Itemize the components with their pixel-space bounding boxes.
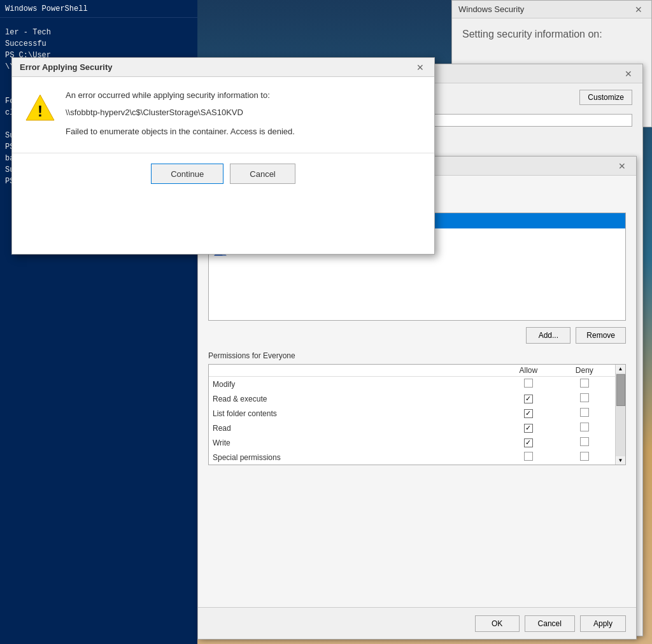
scroll-up-button[interactable]: ▲ xyxy=(617,365,625,373)
perm-deny-read-execute[interactable] xyxy=(556,391,613,406)
powershell-titlebar: Windows PowerShell xyxy=(0,0,197,18)
table-row: Read xyxy=(209,421,625,435)
error-main-text: An error occurred while applying securit… xyxy=(66,90,422,101)
ps-line-2: Successfu xyxy=(5,38,192,50)
continue-button[interactable]: Continue xyxy=(151,164,223,184)
perm-deny-modify[interactable] xyxy=(556,377,613,392)
ps-line-1: ler - Tech xyxy=(5,27,192,38)
warning-icon-container: ! xyxy=(25,92,55,137)
perm-name-write: Write xyxy=(209,435,500,450)
table-row: Special permissions xyxy=(209,450,625,465)
perm-allow-read-execute[interactable] xyxy=(500,391,556,406)
warning-icon: ! xyxy=(25,92,55,123)
perm-deny-special[interactable] xyxy=(556,450,613,465)
table-row: List folder contents xyxy=(209,406,625,421)
cancel-button[interactable]: Cancel xyxy=(525,615,575,632)
svg-text:!: ! xyxy=(38,102,43,120)
perm-name-read-execute: Read & execute xyxy=(209,391,500,406)
perm-allow-list-folder[interactable] xyxy=(500,406,556,421)
scroll-track xyxy=(616,373,625,456)
error-titlebar: Error Applying Security ✕ xyxy=(12,58,434,77)
perm-allow-write[interactable] xyxy=(500,435,556,450)
table-row: Modify xyxy=(209,377,625,392)
scroll-down-button[interactable]: ▼ xyxy=(617,456,625,465)
allow-col-header: Allow xyxy=(500,365,556,377)
win-sec-bg-titlebar: Windows Security ✕ xyxy=(452,1,651,18)
deny-col-header: Deny xyxy=(556,365,613,377)
remove-button[interactable]: Remove xyxy=(576,327,626,344)
ok-button[interactable]: OK xyxy=(475,615,520,632)
perm-deny-write[interactable] xyxy=(556,435,613,450)
add-button[interactable]: Add... xyxy=(526,327,570,344)
error-dialog: Error Applying Security ✕ ! An error occ… xyxy=(11,57,435,255)
error-path: \\sfobbtp-hyperv2\c$\ClusterStorage\SAS1… xyxy=(66,108,422,117)
error-text-container: An error occurred while applying securit… xyxy=(66,90,422,137)
permissions-for-label: Permissions for Everyone xyxy=(208,351,626,360)
table-row: Read & execute xyxy=(209,391,625,406)
error-title: Error Applying Security xyxy=(20,62,112,72)
permissions-table: Allow Deny Modify Read & execute xyxy=(209,365,625,465)
perm-allow-special[interactable] xyxy=(500,450,556,465)
perm-name-special: Special permissions xyxy=(209,450,500,465)
table-scrollbar[interactable]: ▲ ▼ xyxy=(615,365,625,465)
perms-bottom-buttons: OK Cancel Apply xyxy=(198,607,636,639)
error-cancel-button[interactable]: Cancel xyxy=(230,164,295,184)
permissions-table-container: Allow Deny Modify Read & execute xyxy=(208,364,626,465)
perm-allow-read[interactable] xyxy=(500,421,556,435)
perm-name-list-folder: List folder contents xyxy=(209,406,500,421)
error-buttons: Continue Cancel xyxy=(12,153,434,197)
setting-security-text: Setting security information on: xyxy=(452,18,651,50)
perm-name-read: Read xyxy=(209,421,500,435)
perm-deny-list-folder[interactable] xyxy=(556,406,613,421)
error-body: ! An error occurred while applying secur… xyxy=(12,77,434,148)
error-sub-text: Failed to enumerate objects in the conta… xyxy=(66,126,422,137)
win-sec-bg-close-button[interactable]: ✕ xyxy=(632,3,645,16)
customize-button[interactable]: Customize xyxy=(579,90,632,105)
props-close-button[interactable]: ✕ xyxy=(622,67,635,80)
table-row: Write xyxy=(209,435,625,450)
add-remove-row: Add... Remove xyxy=(208,327,626,344)
perm-allow-modify[interactable] xyxy=(500,377,556,392)
win-sec-bg-title: Windows Security xyxy=(458,4,524,14)
powershell-title: Windows PowerShell xyxy=(5,4,88,13)
perm-name-modify: Modify xyxy=(209,377,500,392)
apply-button[interactable]: Apply xyxy=(580,615,626,632)
error-close-button[interactable]: ✕ xyxy=(414,61,427,74)
scroll-thumb[interactable] xyxy=(616,374,625,406)
perm-col-header xyxy=(209,365,500,377)
perm-deny-read[interactable] xyxy=(556,421,613,435)
perms-close-button[interactable]: ✕ xyxy=(616,160,628,172)
